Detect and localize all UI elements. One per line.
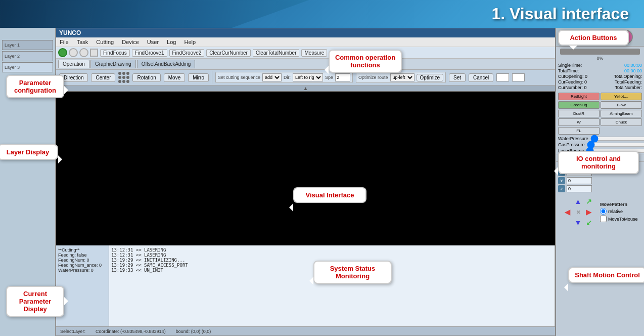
op-number-input[interactable] — [496, 73, 509, 81]
op-btn-move[interactable]: Move — [164, 73, 185, 82]
tab-offset-back[interactable]: OffsetAndBackAdding — [137, 60, 196, 68]
io-btn-blow[interactable]: Blow — [601, 101, 642, 109]
op-set-btn[interactable]: Set — [449, 73, 466, 82]
toolbar-clear-total-number[interactable]: ClearTotalNumber — [253, 49, 300, 57]
axis-y-input[interactable] — [567, 177, 592, 184]
ctrl-play-btn[interactable]: ▶ — [584, 30, 599, 44]
toolbar-circle-green[interactable] — [58, 48, 67, 57]
laser-energy-label: LaserEnergy — [558, 148, 584, 153]
menu-task[interactable]: Task — [75, 38, 90, 46]
log-panel: 13:12:31 << LASERING 13:12:31 << LASERIN… — [109, 245, 555, 326]
op-btn-center[interactable]: Center — [91, 73, 115, 82]
axis-z-tag: Z — [558, 185, 565, 192]
main-content: Layer 1 Layer 2 Layer 3 YUNCO File Task … — [0, 28, 644, 336]
toolbar-find-groove2[interactable]: FindGroove2 — [169, 49, 205, 57]
axis-section: AxisMoving X Y Z — [556, 162, 644, 194]
menu-user[interactable]: User — [146, 38, 160, 46]
arrow-ne-btn[interactable]: ↗ — [584, 196, 594, 206]
single-time-label: SingleTime: — [558, 63, 582, 68]
optimize-btn[interactable]: Optimize — [417, 74, 443, 81]
arrow-left-btn[interactable]: ◀ — [563, 207, 573, 217]
divider — [212, 71, 212, 83]
io-btn-aiming-beam[interactable]: AimingBeam — [601, 110, 642, 117]
layer-item[interactable]: Layer 2 — [2, 51, 53, 61]
dot — [122, 76, 125, 79]
speed-input[interactable] — [335, 73, 350, 81]
arrow-sw-btn[interactable]: ↙ — [584, 218, 594, 228]
progress-container: 0% — [556, 47, 644, 62]
menu-device[interactable]: Device — [120, 38, 141, 46]
arrow-down-btn[interactable]: ▼ — [573, 218, 583, 228]
io-sliders: WaterPressure GasPressure LaserEnergy — [556, 136, 644, 154]
arrow-right-btn[interactable]: ▶ — [584, 207, 594, 217]
log-line: 13:12:31 << LASERING — [111, 253, 553, 258]
axis-z-input[interactable] — [567, 185, 592, 192]
statusbar-select-layer: SelectLayer: — [60, 329, 85, 334]
menu-cutting[interactable]: Cutting — [95, 38, 115, 46]
status-feeding: Feeding: false — [58, 253, 107, 258]
io-btn-w[interactable]: W — [558, 118, 600, 126]
ctrl-reset-btn[interactable]: ↺ — [567, 30, 581, 44]
io-btn-yellow-light[interactable]: YelloL... — [601, 93, 642, 100]
app-window: YUNCO File Task Cutting Device User Log … — [56, 28, 556, 336]
dot — [118, 72, 121, 75]
gas-pressure-label: GasPressure — [558, 142, 585, 147]
radio-relative: relative — [600, 208, 640, 215]
optimize-label: Optimize route — [358, 75, 388, 80]
io-btn-chuck[interactable]: Chuck — [601, 118, 642, 126]
io-btn-dustR[interactable]: DustR — [558, 110, 600, 117]
menu-file[interactable]: File — [58, 38, 70, 46]
menu-log[interactable]: Log — [165, 38, 177, 46]
toolbar-find-focus[interactable]: FindFocus — [100, 49, 130, 57]
radio-relative-input[interactable] — [600, 208, 607, 215]
op-panel: Direction Center Rotation Move Mirro — [56, 70, 555, 86]
io-btn-red-light[interactable]: RedLight — [558, 93, 600, 100]
io-btn-fl[interactable]: FL — [558, 127, 600, 135]
toolbar-find-groove1[interactable]: FindGroove1 — [132, 49, 167, 57]
optimize-start-select[interactable]: up-left — [390, 73, 415, 81]
total-opening-label: TotalOpening: — [614, 74, 642, 79]
dot — [126, 72, 129, 75]
cutting-seq-select[interactable]: add — [262, 73, 282, 81]
dir-label: Dir: — [284, 75, 291, 80]
axis-x-row: X — [558, 169, 642, 176]
toolbar-circle-gray2[interactable] — [79, 48, 88, 57]
arrow-center-btn[interactable]: ✕ — [573, 207, 583, 217]
op-number-input2[interactable] — [512, 73, 525, 81]
layer-item[interactable]: Layer 1 — [2, 40, 53, 50]
op-btn-rotation[interactable]: Rotation — [132, 73, 160, 82]
cur-feeding-label: CurFeeding: 0 — [558, 79, 587, 85]
total-feeding-label: TotalFeeding: — [615, 79, 642, 85]
toolbar-measure[interactable]: Measure — [301, 49, 327, 57]
op-btn-mirro[interactable]: Mirro — [188, 73, 209, 82]
toolbar-circle-gray[interactable] — [69, 48, 78, 57]
checkbox-move-to-mouse-input[interactable] — [600, 216, 607, 222]
status-feeding-num: FeedingNum: 0 — [58, 258, 107, 263]
laser-energy-slider[interactable] — [586, 148, 644, 153]
io-btn-green-light[interactable]: GreenLig — [558, 101, 600, 109]
toolbar-clear-cur-number[interactable]: ClearCurNumber — [206, 49, 251, 57]
cur-number-label: CurNumber: 0 — [558, 85, 587, 90]
dir-select[interactable]: Left to rig — [293, 73, 323, 81]
slider-laser-energy: LaserEnergy — [556, 148, 644, 154]
ctrl-stop-btn[interactable]: ⏹ — [602, 30, 616, 44]
top-banner: 1. Visual interface — [0, 0, 644, 28]
statusbar-coordinate: Coordinate: (-0.835498,-0.883914) — [96, 329, 166, 334]
arrow-up-btn[interactable]: ▲ — [573, 196, 583, 206]
right-controls-top: ↺ ▶ ⏹ ⏺ — [556, 28, 644, 47]
page-title: 1. Visual interface — [491, 5, 629, 23]
op-cancel-btn[interactable]: Cancel — [469, 73, 493, 82]
tab-graphic-drawing[interactable]: GraphicDrawing — [90, 60, 136, 68]
toolbar-square[interactable] — [90, 49, 98, 57]
layer-item[interactable]: Layer 3 — [2, 62, 53, 72]
tab-operation[interactable]: Operation — [58, 60, 89, 68]
ctrl-pause-btn[interactable]: ⏺ — [619, 30, 633, 44]
op-btn-direction[interactable]: Direction — [59, 73, 88, 82]
speed-label: Spe — [325, 75, 333, 80]
menu-help[interactable]: Help — [182, 38, 197, 46]
status-feeding-ance: FeedingNum_ance: 0 — [58, 263, 107, 268]
axis-x-input[interactable] — [567, 169, 592, 176]
canvas-collapse-bar[interactable]: ▲ — [56, 86, 555, 92]
canvas-area[interactable] — [56, 92, 555, 245]
dot — [122, 80, 125, 83]
